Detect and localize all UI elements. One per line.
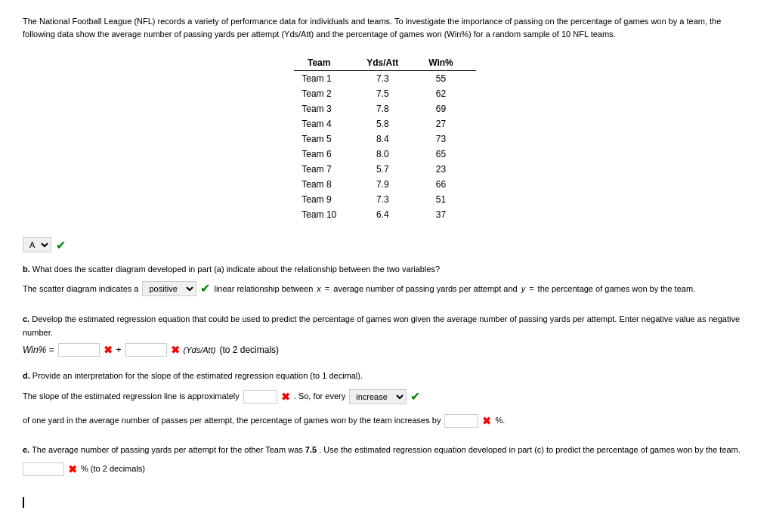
data-table: Team Yds/Att Win% Team 17.355Team 27.562… xyxy=(294,55,476,222)
part-c-equation-row: Win% = ✖ + ✖ (Yds/Att) (to 2 decimals) xyxy=(23,343,747,357)
win-cell: 37 xyxy=(421,207,476,222)
ydsatt-cell: 7.3 xyxy=(359,192,421,207)
table-row: Team 75.723 xyxy=(294,162,476,177)
part-c-slope-input[interactable] xyxy=(125,343,167,357)
table-row: Team 17.355 xyxy=(294,71,476,87)
col-header-ydsatt: Yds/Att xyxy=(359,55,421,71)
part-d-cross: ✖ xyxy=(281,388,290,407)
ydsatt-cell: 6.4 xyxy=(359,207,421,222)
win-cell: 69 xyxy=(421,101,476,116)
table-row: Team 58.473 xyxy=(294,131,476,147)
part-d-slope-input[interactable] xyxy=(243,390,277,404)
part-e-answer-row: ✖ % (to 2 decimals) xyxy=(23,460,747,479)
part-d-cross2: ✖ xyxy=(482,412,491,431)
table-row: Team 45.827 xyxy=(294,116,476,131)
part-a-dropdown[interactable]: A B C xyxy=(23,237,51,252)
win-cell: 51 xyxy=(421,192,476,207)
part-b-check-icon: ✔ xyxy=(200,278,210,300)
ydsatt-cell: 7.8 xyxy=(359,101,421,116)
part-c-cross1: ✖ xyxy=(104,344,113,356)
team-name-cell: Team 3 xyxy=(294,101,359,116)
part-d-check-icon: ✔ xyxy=(410,386,420,408)
win-cell: 27 xyxy=(421,116,476,131)
part-b-question: b. What does the scatter diagram develop… xyxy=(23,264,747,274)
team-name-cell: Team 8 xyxy=(294,177,359,192)
team-name-cell: Team 1 xyxy=(294,71,359,87)
ydsatt-cell: 5.8 xyxy=(359,116,421,131)
part-e-section: e. The average number of passing yards p… xyxy=(23,443,747,479)
ydsatt-cell: 5.7 xyxy=(359,162,421,177)
ydsatt-cell: 8.0 xyxy=(359,147,421,162)
part-e-question: e. The average number of passing yards p… xyxy=(23,443,747,457)
part-b-answer-row: The scatter diagram indicates a positive… xyxy=(23,278,747,300)
col-header-team: Team xyxy=(294,55,359,71)
ydsatt-cell: 7.9 xyxy=(359,177,421,192)
table-row: Team 37.869 xyxy=(294,101,476,116)
part-d-answer-row: The slope of the estimated regression li… xyxy=(23,386,747,431)
win-cell: 55 xyxy=(421,71,476,87)
ydsatt-cell: 7.3 xyxy=(359,71,421,87)
part-e-cross: ✖ xyxy=(68,460,77,479)
part-c-section: c. Develop the estimated regression equa… xyxy=(23,312,747,357)
part-b-section: b. What does the scatter diagram develop… xyxy=(23,264,747,300)
team-name-cell: Team 5 xyxy=(294,131,359,147)
team-name-cell: Team 6 xyxy=(294,147,359,162)
cursor-indicator xyxy=(23,497,24,508)
part-a-section: A B C ✔ xyxy=(23,237,747,252)
win-cell: 23 xyxy=(421,162,476,177)
win-cell: 73 xyxy=(421,131,476,147)
team-name-cell: Team 2 xyxy=(294,86,359,101)
part-d-question: d. Provide an interpretation for the slo… xyxy=(23,369,747,383)
part-a-check-icon: ✔ xyxy=(56,238,66,252)
part-c-cross2: ✖ xyxy=(171,344,180,356)
table-row: Team 106.437 xyxy=(294,207,476,222)
part-d-section: d. Provide an interpretation for the slo… xyxy=(23,369,747,431)
win-cell: 65 xyxy=(421,147,476,162)
table-row: Team 27.562 xyxy=(294,86,476,101)
part-c-question: c. Develop the estimated regression equa… xyxy=(23,312,747,340)
win-cell: 62 xyxy=(421,86,476,101)
team-name-cell: Team 4 xyxy=(294,116,359,131)
table-row: Team 87.966 xyxy=(294,177,476,192)
table-row: Team 68.065 xyxy=(294,147,476,162)
part-d-dropdown[interactable]: increase decrease xyxy=(349,389,407,404)
part-d-pct-input[interactable] xyxy=(444,414,478,428)
win-cell: 66 xyxy=(421,177,476,192)
part-e-prediction-input[interactable] xyxy=(23,462,64,476)
col-header-win: Win% xyxy=(421,55,476,71)
ydsatt-cell: 7.5 xyxy=(359,86,421,101)
part-c-intercept-input[interactable] xyxy=(58,343,100,357)
intro-paragraph: The National Football League (NFL) recor… xyxy=(23,15,741,40)
ydsatt-cell: 8.4 xyxy=(359,131,421,147)
part-b-dropdown[interactable]: positive negative no xyxy=(142,281,196,296)
team-name-cell: Team 7 xyxy=(294,162,359,177)
data-table-container: Team Yds/Att Win% Team 17.355Team 27.562… xyxy=(23,55,747,222)
team-name-cell: Team 10 xyxy=(294,207,359,222)
table-row: Team 97.351 xyxy=(294,192,476,207)
team-name-cell: Team 9 xyxy=(294,192,359,207)
